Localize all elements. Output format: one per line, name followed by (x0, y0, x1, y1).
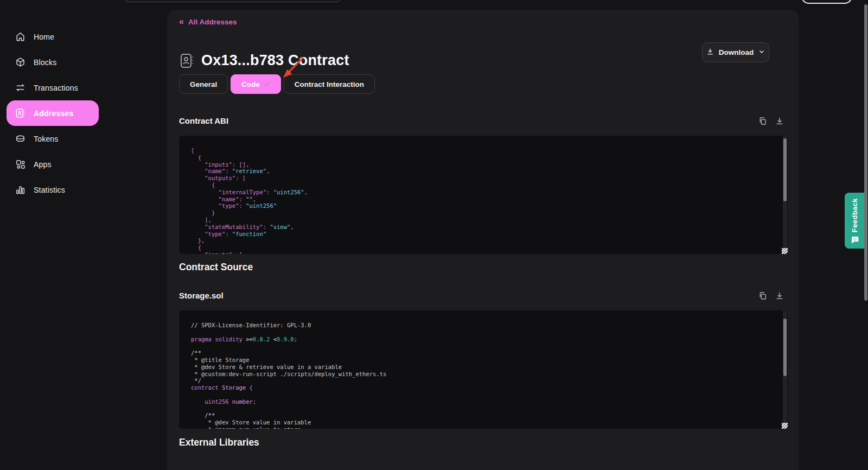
double-chevron-left-icon: « (179, 17, 184, 26)
search-input[interactable] (124, 0, 342, 2)
download-icon (706, 48, 714, 57)
sidebar-item-apps[interactable]: Apps (7, 151, 99, 177)
main-panel: « All Addresses Ox13...b783 Contract Dow… (167, 10, 799, 470)
contract-abi-code[interactable]: [ { "inputs": [], "name": "retrieve", "o… (179, 136, 788, 254)
home-icon (15, 31, 25, 42)
tokens-icon (15, 134, 25, 144)
download-label: Download (719, 48, 754, 56)
source-scrollbar[interactable] (783, 311, 787, 428)
address-book-icon (180, 53, 194, 69)
sidebar-item-tokens[interactable]: Tokens (7, 126, 99, 151)
transactions-icon (15, 82, 25, 93)
breadcrumb[interactable]: « All Addresses (179, 17, 237, 26)
statistics-icon (15, 185, 25, 195)
feedback-button[interactable]: Feedback (845, 193, 865, 249)
check-icon: ✓ (264, 80, 270, 88)
title-row: Ox13...b783 Contract (180, 52, 349, 69)
abi-scrollbar[interactable] (783, 136, 787, 253)
tab-label: Code (241, 80, 260, 88)
feedback-label: Feedback (851, 198, 859, 232)
sidebar-item-statistics[interactable]: Statistics (7, 177, 99, 202)
external-libraries-heading: External Libraries (179, 437, 259, 448)
tab-general[interactable]: General (179, 74, 228, 94)
page-title: Ox13...b783 Contract (201, 52, 349, 69)
source-resize-handle[interactable] (782, 423, 788, 429)
sidebar-item-blocks[interactable]: Blocks (7, 49, 99, 75)
sidebar-item-label: Statistics (34, 186, 65, 194)
tab-contract-interaction[interactable]: Contract Interaction (284, 74, 375, 94)
copy-icon[interactable] (758, 117, 767, 125)
sidebar-item-label: Home (34, 33, 54, 41)
contract-source-code[interactable]: // SPDX-License-Identifier: GPL-3.0 prag… (179, 310, 788, 429)
page-scrollbar[interactable] (864, 0, 868, 470)
sidebar-item-label: Blocks (34, 58, 56, 67)
tab-label: Contract Interaction (295, 80, 364, 88)
source-code-text: // SPDX-License-Identifier: GPL-3.0 prag… (191, 322, 780, 429)
download-button[interactable]: Download (702, 42, 769, 62)
sidebar-item-label: Addresses (34, 109, 73, 118)
sidebar-item-label: Tokens (34, 135, 59, 143)
download-icon[interactable] (775, 117, 784, 125)
source-actions (758, 291, 784, 300)
source-file-name: Storage.sol (179, 291, 224, 300)
page-scroll-thumb[interactable] (864, 4, 867, 301)
sidebar-item-addresses[interactable]: Addresses (7, 100, 99, 126)
sidebar-nav: HomeBlocksTransactionsAddressesTokensApp… (7, 24, 99, 202)
chevron-down-icon (758, 48, 765, 56)
sidebar-item-home[interactable]: Home (7, 24, 99, 49)
contract-source-heading: Contract Source (179, 262, 253, 273)
download-icon[interactable] (775, 291, 784, 300)
apps-icon (15, 159, 25, 169)
chat-smiley-icon (851, 236, 859, 244)
tabs: GeneralCode✓Contract Interaction (179, 74, 375, 94)
tab-label: General (190, 80, 217, 88)
sidebar-item-label: Transactions (34, 84, 78, 92)
sidebar-item-transactions[interactable]: Transactions (7, 75, 99, 100)
profile-button[interactable] (801, 0, 852, 4)
abi-code-text: [ { "inputs": [], "name": "retrieve", "o… (191, 147, 780, 254)
breadcrumb-label: All Addresses (188, 18, 237, 26)
abi-actions (758, 117, 784, 125)
blocks-icon (15, 57, 25, 67)
abi-resize-handle[interactable] (782, 248, 788, 254)
contract-abi-heading: Contract ABI (179, 116, 228, 125)
copy-icon[interactable] (758, 291, 767, 300)
sidebar-item-label: Apps (34, 160, 52, 169)
tab-code[interactable]: Code✓ (231, 74, 280, 94)
addresses-icon (15, 108, 25, 118)
